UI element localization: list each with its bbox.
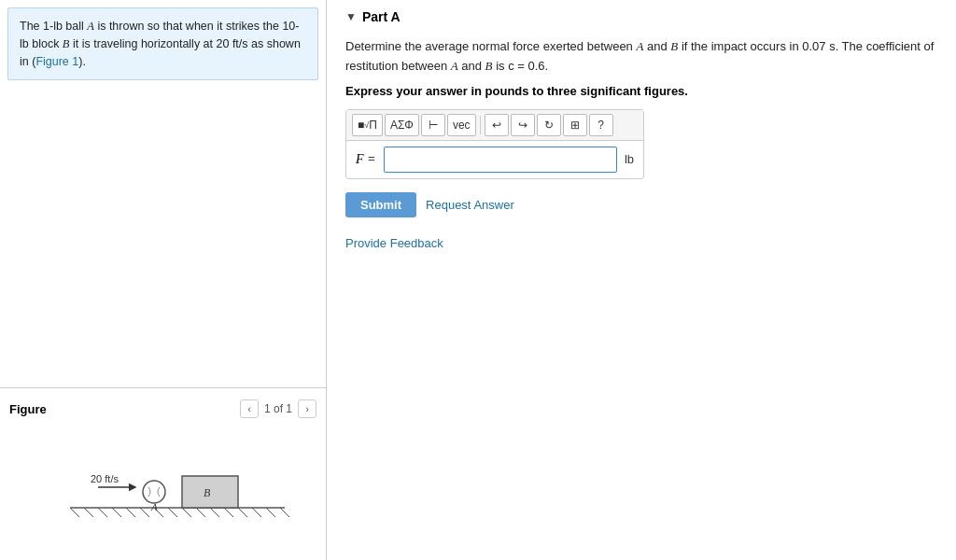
- right-panel: ▼ Part A Determine the average normal fo…: [327, 0, 956, 560]
- svg-line-9: [182, 508, 191, 517]
- part-header: ▼ Part A: [345, 9, 937, 24]
- svg-line-10: [196, 508, 205, 517]
- svg-point-19: [143, 481, 165, 503]
- svg-line-2: [84, 508, 93, 517]
- figure-prev-button[interactable]: ‹: [240, 399, 259, 418]
- bold-instruction: Express your answer in pounds to three s…: [345, 84, 937, 98]
- svg-line-11: [210, 508, 219, 517]
- problem-text-content: The 1-lb ball A is thrown so that when i…: [20, 20, 301, 68]
- svg-text:20 ft/s: 20 ft/s: [91, 473, 119, 484]
- redo-button[interactable]: ↪: [511, 114, 535, 136]
- figure-page-indicator: 1 of 1: [264, 402, 292, 415]
- figure-image-area: 20 ft/s A B: [0, 422, 326, 553]
- figure-diagram: 20 ft/s A B: [33, 431, 294, 534]
- undo-button[interactable]: ↩: [485, 114, 509, 136]
- reset-button[interactable]: ↻: [537, 114, 561, 136]
- figure-title: Figure: [9, 402, 47, 416]
- equation-toolbar: ■√Π ΑΣΦ ⊢ vec ↩ ↪ ↻ ⊞ ?: [346, 110, 643, 141]
- figure-link[interactable]: Figure 1: [35, 55, 78, 68]
- svg-line-1: [70, 508, 79, 517]
- operator-button[interactable]: ⊢: [421, 114, 445, 136]
- equation-box: ■√Π ΑΣΦ ⊢ vec ↩ ↪ ↻ ⊞ ? F = lb: [345, 109, 644, 179]
- help-button[interactable]: ?: [589, 114, 613, 136]
- svg-line-12: [224, 508, 233, 517]
- equation-label: F =: [356, 152, 376, 167]
- submit-button[interactable]: Submit: [345, 192, 416, 217]
- svg-line-13: [238, 508, 247, 517]
- math-template-button[interactable]: ■√Π: [352, 114, 383, 136]
- toolbar-separator: [480, 116, 481, 134]
- problem-description: The 1-lb ball A is thrown so that when i…: [7, 7, 318, 80]
- left-panel: The 1-lb ball A is thrown so that when i…: [0, 0, 327, 560]
- unit-label: lb: [625, 152, 634, 166]
- greek-symbols-button[interactable]: ΑΣΦ: [385, 114, 419, 136]
- part-label: Part A: [362, 9, 401, 24]
- svg-line-5: [126, 508, 135, 517]
- svg-line-15: [266, 508, 275, 517]
- svg-line-14: [252, 508, 261, 517]
- svg-line-8: [168, 508, 177, 517]
- figure-section: Figure ‹ 1 of 1 ›: [0, 387, 326, 560]
- button-row: Submit Request Answer: [345, 192, 937, 217]
- figure-header: Figure ‹ 1 of 1 ›: [0, 396, 326, 422]
- request-answer-link[interactable]: Request Answer: [426, 198, 514, 212]
- figure-nav-controls: ‹ 1 of 1 ›: [240, 399, 316, 418]
- svg-line-16: [280, 508, 289, 517]
- svg-text:A: A: [150, 501, 158, 512]
- keyboard-button[interactable]: ⊞: [563, 114, 587, 136]
- svg-text:B: B: [204, 486, 211, 499]
- answer-input[interactable]: [384, 147, 617, 173]
- svg-line-3: [98, 508, 107, 517]
- provide-feedback-link[interactable]: Provide Feedback: [345, 236, 443, 250]
- figure-next-button[interactable]: ›: [298, 399, 316, 418]
- vector-button[interactable]: vec: [447, 114, 476, 136]
- question-text: Determine the average normal force exert…: [345, 37, 937, 77]
- collapse-arrow-icon[interactable]: ▼: [345, 10, 357, 23]
- svg-line-6: [140, 508, 149, 517]
- equation-input-row: F = lb: [346, 141, 643, 178]
- svg-line-4: [112, 508, 121, 517]
